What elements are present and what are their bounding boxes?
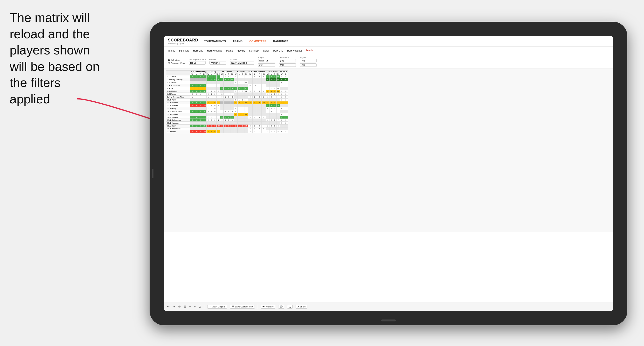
matrix-row: 7. O Mitchell300182202120-401040402423 [166, 90, 288, 93]
matrix-cell: 4 [206, 125, 210, 128]
max-players-select[interactable]: Top 25 [189, 61, 206, 65]
nav-teams[interactable]: TEAMS [232, 39, 242, 44]
grid-icon[interactable]: ⊞ [184, 305, 186, 308]
matrix-cell: 1 [210, 130, 213, 133]
zoom-out-icon[interactable]: − [189, 305, 191, 308]
compact-view-radio[interactable] [168, 62, 170, 64]
matrix-cell: 0 [227, 75, 230, 78]
matrix-cell [248, 81, 252, 84]
nav-rankings[interactable]: RANKINGS [273, 39, 288, 44]
row-header-15: 17. D Ballesteros [166, 119, 190, 122]
matrix-cell [238, 116, 241, 119]
watch-button[interactable]: 👁 Watch ▾ [261, 305, 275, 309]
matrix-cell: -15 [244, 125, 248, 128]
matrix-cell: 14 [244, 101, 248, 104]
matrix-cell: 0 [198, 104, 202, 107]
matrix-cell: 15 [202, 84, 206, 87]
full-view-radio[interactable] [168, 59, 170, 61]
timer-icon[interactable]: ⊙ [198, 305, 201, 308]
matrix-cell [202, 128, 206, 130]
matrix-cell: 2 [276, 125, 280, 128]
region-sub-select[interactable]: (All) [258, 63, 275, 67]
matrix-cell: 1 [248, 75, 252, 78]
matrix-cell: 0 [241, 110, 244, 113]
matrix-cell [273, 128, 276, 130]
matrix-cell [248, 119, 252, 122]
matrix-cell [252, 107, 257, 110]
sub-nav-matrix2[interactable]: Matrix [306, 48, 314, 53]
col-sub-t5: T [257, 73, 262, 75]
matrix-cell: 0 [280, 119, 284, 122]
matrix-cell: 11 [276, 75, 280, 78]
expand-button[interactable]: ⛶ [287, 305, 293, 309]
matrix-cell: 4 [238, 87, 241, 90]
col-sub-l7: L [284, 73, 288, 75]
full-view-option[interactable]: Full View [168, 59, 185, 61]
matrix-cell [284, 104, 288, 107]
matrix-cell: 0 [220, 96, 224, 99]
matrix-cell: 0 [273, 101, 276, 104]
conference-sub-select[interactable]: (All) [279, 63, 296, 67]
matrix-cell: 2 [206, 130, 210, 133]
compact-view-option[interactable]: Compact View [168, 62, 185, 64]
matrix-cell [266, 81, 270, 84]
col-sub-dif5: Dif [262, 73, 266, 75]
sub-nav-h2h-grid2[interactable]: H2H Grid [274, 48, 284, 53]
sub-nav-detail[interactable]: Detail [263, 48, 270, 53]
sub-nav-h2h-grid[interactable]: H2H Grid [193, 48, 203, 53]
matrix-cell [210, 99, 213, 101]
matrix-cell [220, 84, 224, 87]
division-select[interactable]: NCAA Division II [230, 61, 254, 65]
sub-nav-summary2[interactable]: Summary [249, 48, 260, 53]
matrix-cell [213, 113, 217, 116]
players-select[interactable]: (All) [300, 59, 316, 62]
matrix-cell: 0 [241, 99, 244, 101]
sub-nav-teams[interactable]: Teams [168, 48, 175, 53]
matrix-cell: 0 [210, 119, 213, 122]
nav-committee[interactable]: COMMITTEE [249, 39, 266, 44]
matrix-cell [257, 78, 262, 81]
players-sub-select[interactable]: (All) [300, 63, 316, 67]
sub-nav-summary[interactable]: Summary [179, 48, 189, 53]
comment-button[interactable]: 💬 [278, 305, 284, 309]
matrix-cell [210, 122, 213, 125]
matrix-cell [217, 81, 220, 84]
matrix-cell: 1 [257, 130, 262, 133]
view-original-button[interactable]: 👁 View: Original [207, 305, 227, 309]
sub-nav-h2h-heatmap2[interactable]: H2H Heatmap [287, 48, 302, 53]
save-custom-view-button[interactable]: 💾 Save Custom View [230, 305, 255, 309]
matrix-cell: 18 [202, 110, 206, 113]
matrix-cell: 0 [198, 125, 202, 128]
refresh-icon[interactable]: ⟳ [178, 305, 181, 308]
matrix-cell [202, 81, 206, 84]
sub-nav-matrix[interactable]: Matrix [226, 48, 232, 53]
sub-nav-players[interactable]: Players [237, 48, 246, 53]
matrix-cell [220, 81, 224, 84]
region-select[interactable]: East - DII [258, 59, 275, 62]
matrix-row: 6. A Dy73001414025112011 [166, 87, 288, 90]
conference-select[interactable]: (All) [279, 59, 296, 62]
sub-nav-h2h-heatmap[interactable]: H2H Heatmap [207, 48, 222, 53]
matrix-cell [262, 87, 266, 90]
matrix-cell [210, 128, 213, 130]
matrix-cell: 1 [194, 75, 198, 78]
matrix-cell: 0 [266, 107, 270, 110]
redo-icon[interactable]: ↪ [172, 305, 175, 308]
matrix-cell: 3 [244, 107, 248, 110]
matrix-cell [220, 113, 224, 116]
matrix-cell [241, 104, 244, 107]
zoom-in-icon[interactable]: + [194, 305, 196, 308]
nav-tournaments[interactable]: TOURNAMENTS [204, 39, 226, 44]
matrix-cell [230, 99, 234, 101]
matrix-cell: 3 [248, 101, 252, 104]
matrix-cell: 1 [266, 130, 270, 133]
matrix-cell [224, 101, 227, 104]
share-button[interactable]: ↗ Share [296, 305, 308, 309]
matrix-cell [262, 113, 266, 116]
undo-icon[interactable]: ↩ [167, 305, 170, 308]
matrix-cell: 2 [206, 119, 210, 122]
gender-select[interactable]: Women's [210, 61, 226, 65]
matrix-cell: 1 [270, 130, 273, 133]
matrix-cell [238, 130, 241, 133]
save-custom-label: Save Custom View [235, 306, 253, 308]
